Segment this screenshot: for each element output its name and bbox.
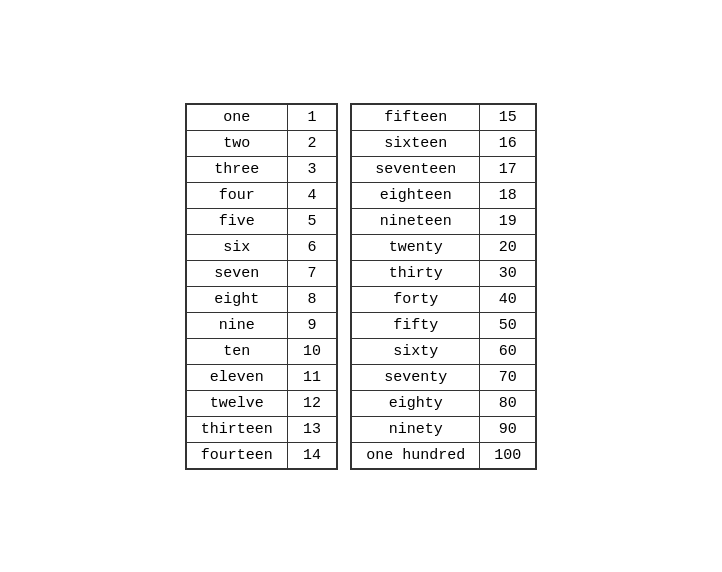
word-cell: twenty (351, 234, 480, 260)
number-cell: 17 (480, 156, 537, 182)
word-cell: eight (186, 286, 288, 312)
number-cell: 4 (287, 182, 337, 208)
number-cell: 100 (480, 442, 537, 469)
number-cell: 19 (480, 208, 537, 234)
word-cell: twelve (186, 390, 288, 416)
word-cell: ninety (351, 416, 480, 442)
table-row: thirteen13 (186, 416, 338, 442)
word-cell: six (186, 234, 288, 260)
word-cell: one hundred (351, 442, 480, 469)
table-row: five5 (186, 208, 338, 234)
word-cell: one (186, 104, 288, 131)
number-cell: 16 (480, 130, 537, 156)
table-row: seven7 (186, 260, 338, 286)
word-cell: eighty (351, 390, 480, 416)
table-row: one1 (186, 104, 338, 131)
word-cell: sixty (351, 338, 480, 364)
number-cell: 20 (480, 234, 537, 260)
table-row: ten10 (186, 338, 338, 364)
table-row: fifteen15 (351, 104, 536, 131)
table-row: six6 (186, 234, 338, 260)
number-cell: 50 (480, 312, 537, 338)
number-cell: 13 (287, 416, 337, 442)
number-cell: 11 (287, 364, 337, 390)
word-cell: seventy (351, 364, 480, 390)
word-cell: eleven (186, 364, 288, 390)
word-cell: two (186, 130, 288, 156)
word-cell: fourteen (186, 442, 288, 469)
word-cell: eighteen (351, 182, 480, 208)
word-cell: sixteen (351, 130, 480, 156)
number-cell: 9 (287, 312, 337, 338)
number-cell: 3 (287, 156, 337, 182)
word-cell: five (186, 208, 288, 234)
table-row: ninety90 (351, 416, 536, 442)
table-row: eighteen18 (351, 182, 536, 208)
number-cell: 30 (480, 260, 537, 286)
word-cell: thirteen (186, 416, 288, 442)
tables-container: one1two2three3four4five5six6seven7eight8… (165, 83, 558, 490)
number-cell: 70 (480, 364, 537, 390)
table-row: three3 (186, 156, 338, 182)
word-cell: thirty (351, 260, 480, 286)
left-table: one1two2three3four4five5six6seven7eight8… (185, 103, 339, 470)
table-row: eleven11 (186, 364, 338, 390)
number-cell: 80 (480, 390, 537, 416)
number-cell: 5 (287, 208, 337, 234)
table-row: fourteen14 (186, 442, 338, 469)
word-cell: seventeen (351, 156, 480, 182)
table-row: sixteen16 (351, 130, 536, 156)
table-row: twelve12 (186, 390, 338, 416)
word-cell: forty (351, 286, 480, 312)
word-cell: nineteen (351, 208, 480, 234)
number-cell: 10 (287, 338, 337, 364)
number-cell: 6 (287, 234, 337, 260)
number-cell: 2 (287, 130, 337, 156)
word-cell: fifty (351, 312, 480, 338)
table-row: two2 (186, 130, 338, 156)
table-row: forty40 (351, 286, 536, 312)
right-table: fifteen15sixteen16seventeen17eighteen18n… (350, 103, 537, 470)
number-cell: 15 (480, 104, 537, 131)
number-cell: 12 (287, 390, 337, 416)
table-row: thirty30 (351, 260, 536, 286)
table-row: twenty20 (351, 234, 536, 260)
table-row: four4 (186, 182, 338, 208)
number-cell: 14 (287, 442, 337, 469)
number-cell: 7 (287, 260, 337, 286)
number-cell: 90 (480, 416, 537, 442)
word-cell: four (186, 182, 288, 208)
table-row: seventy70 (351, 364, 536, 390)
number-cell: 40 (480, 286, 537, 312)
number-cell: 8 (287, 286, 337, 312)
table-row: seventeen17 (351, 156, 536, 182)
word-cell: ten (186, 338, 288, 364)
word-cell: nine (186, 312, 288, 338)
number-cell: 1 (287, 104, 337, 131)
table-row: sixty60 (351, 338, 536, 364)
table-row: nineteen19 (351, 208, 536, 234)
number-cell: 18 (480, 182, 537, 208)
table-row: eighty80 (351, 390, 536, 416)
table-row: eight8 (186, 286, 338, 312)
table-row: fifty50 (351, 312, 536, 338)
number-cell: 60 (480, 338, 537, 364)
word-cell: three (186, 156, 288, 182)
word-cell: seven (186, 260, 288, 286)
table-row: one hundred100 (351, 442, 536, 469)
table-row: nine9 (186, 312, 338, 338)
word-cell: fifteen (351, 104, 480, 131)
